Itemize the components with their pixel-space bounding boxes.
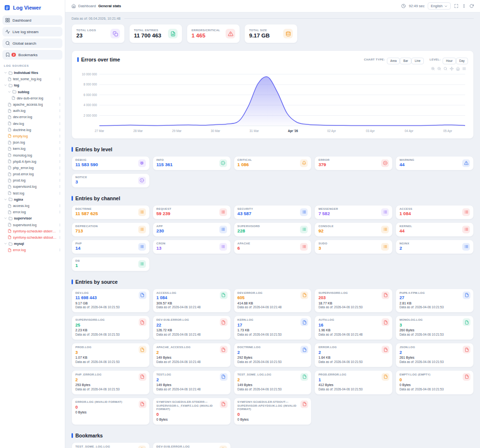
source-card-dev-log[interactable]: DEV.LOG11 698 4439.17 GBData as of: 2026… <box>72 289 150 313</box>
channel-card-apache[interactable]: APACHE6 <box>234 240 312 254</box>
tree-folder-log[interactable]: log <box>2 82 62 88</box>
level-card-critical[interactable]: CRITICAL1 086 <box>234 156 312 170</box>
more-vertical-icon[interactable] <box>58 160 61 163</box>
tree-file-php8-4-fpm-log[interactable]: php8.4-fpm.log <box>2 158 62 165</box>
sidebar-item-live-log-stream[interactable]: Live log stream <box>2 27 62 36</box>
channel-card-supervisord[interactable]: SUPERVISORD228 <box>234 222 312 237</box>
more-vertical-icon[interactable] <box>58 122 61 125</box>
tree-file-prod-error-log[interactable]: prod.error.log <box>2 171 62 177</box>
source-card-error-log[interactable]: ERROR.LOG21.64 KBData as of: 2026-04-06 … <box>314 343 393 367</box>
more-vertical-icon[interactable] <box>58 115 61 119</box>
tree-file-empty-log[interactable]: empty.log <box>2 133 62 139</box>
tree-file-doctrine-log[interactable]: doctrine.log <box>2 127 62 133</box>
level-card-error[interactable]: ERROR379 <box>314 156 393 170</box>
source-card-php8-4-fpm-log[interactable]: PHP8.4-FPM.LOG272.81 KBData as of: 2026-… <box>396 289 474 313</box>
more-vertical-icon[interactable] <box>58 166 61 170</box>
tree-file-dev-log[interactable]: dev.log <box>2 121 62 127</box>
more-vertical-icon[interactable] <box>58 236 61 239</box>
more-vertical-icon[interactable] <box>58 204 61 207</box>
more-vertical-icon[interactable] <box>58 192 61 195</box>
channel-card-cron[interactable]: CRON13 <box>153 240 231 254</box>
channel-card-messenger[interactable]: MESSENGER7 582 <box>314 205 393 219</box>
bookmark-card-dev-sub-error-log[interactable]: DEV-SUB.ERROR.LOG2 <box>153 442 231 448</box>
source-card-php-error-log[interactable]: PHP_ERROR.LOG2253 BytesData as of: 2026-… <box>72 370 150 395</box>
tree-file-test-log[interactable]: test.log <box>2 190 62 196</box>
channel-card-kernel[interactable]: KERNEL44 <box>396 222 474 237</box>
chart-search-icon[interactable] <box>444 67 447 71</box>
level-card-info[interactable]: INFO115 361 <box>153 156 231 170</box>
more-vertical-icon[interactable] <box>58 223 61 227</box>
refresh-button[interactable] <box>469 4 474 8</box>
level-card-debug[interactable]: DEBUG11 583 590 <box>72 156 150 170</box>
tree-file-auth-log[interactable]: auth.log <box>2 108 62 114</box>
more-vertical-icon[interactable] <box>58 248 61 252</box>
more-menu-button[interactable] <box>462 4 466 8</box>
more-vertical-icon[interactable] <box>58 103 61 106</box>
more-vertical-icon[interactable] <box>58 141 61 144</box>
source-card-prod-error-log[interactable]: PROD.ERROR.LOG1412 BytesData as of: 2026… <box>314 370 393 395</box>
tree-file-dev-sub-error-log[interactable]: dev-sub-error.log <box>2 95 62 101</box>
sidebar-item-bookmarks[interactable]: 2Bookmarks <box>2 50 62 60</box>
tree-file-access-log[interactable]: access.log <box>2 203 62 209</box>
tree-folder-sublog[interactable]: sublog <box>2 89 62 95</box>
level-day[interactable]: Day <box>456 58 468 64</box>
channel-card-app[interactable]: APP230 <box>153 222 231 237</box>
chart-home-icon[interactable] <box>456 67 460 71</box>
channel-card-php[interactable]: PHP14 <box>72 240 150 254</box>
tree-folder-individual-files[interactable]: Individual files <box>2 70 62 76</box>
chart-type-area[interactable]: Area <box>387 58 400 64</box>
tree-file-error-log[interactable]: error.log <box>2 247 62 253</box>
source-card-symfony-scheduler-stdout-supervisor-apsydsuk-log-invalid-format[interactable]: SYMFONY-SCHEDULER-STDOUT---SUPERVISOR-AP… <box>234 398 312 425</box>
source-card-test-some-log-log[interactable]: TEST_SOME_LOG.LOG2149 BytesData as of: 2… <box>234 370 312 395</box>
chart-menu-icon[interactable] <box>462 67 466 71</box>
channel-card-security[interactable]: SECURITY43 587 <box>234 205 312 219</box>
more-vertical-icon[interactable] <box>58 154 61 157</box>
chart-type-line[interactable]: Line <box>411 58 424 64</box>
tree-folder-supervisor[interactable]: supervisor <box>2 215 62 221</box>
tree-file-php-error-log[interactable]: php_error.log <box>2 165 62 171</box>
source-card-empty-log-empty[interactable]: EMPTY.LOG (EMPTY)00 BytesData as of: 202… <box>396 370 474 395</box>
source-card-prod-log[interactable]: PROD.LOG31.07 KBData as of: 2026-04-06 1… <box>72 343 150 367</box>
source-card-dev-sub-error-log[interactable]: DEV-SUB.ERROR.LOG22126.72 KBData as of: … <box>153 315 231 340</box>
tree-file-prod-log[interactable]: prod.log <box>2 177 62 183</box>
channel-card-deprecation[interactable]: DEPRECATION713 <box>72 222 150 237</box>
more-vertical-icon[interactable] <box>58 230 61 233</box>
fullscreen-button[interactable] <box>454 4 458 8</box>
source-card-access-log[interactable]: ACCESS.LOG1 084309.57 KBData as of: 2026… <box>153 289 231 313</box>
more-vertical-icon[interactable] <box>58 128 61 132</box>
errors-chart-area[interactable]: 2 000 0004 000 0006 000 0008 000 00010 0… <box>77 67 468 136</box>
channel-card-request[interactable]: REQUEST59 239 <box>153 205 231 219</box>
level-card-notice[interactable]: NOTICE3 <box>72 173 150 188</box>
channel-card-access[interactable]: ACCESS1 084 <box>396 205 474 219</box>
more-vertical-icon[interactable] <box>58 77 61 81</box>
source-card-error-log-invalid-format[interactable]: ERROR.LOG (INVALID FORMAT)00 Bytes <box>72 398 150 425</box>
tree-file-dev-error-log[interactable]: dev.error.log <box>2 114 62 120</box>
source-card-auth-log[interactable]: AUTH.LOG161.96 KBData as of: 2026-04-06 … <box>314 315 393 340</box>
tree-file-supervisord-log[interactable]: supervisord.log <box>2 183 62 190</box>
channel-card-db[interactable]: DB1 <box>72 257 150 271</box>
language-select[interactable]: English <box>428 2 451 10</box>
source-card-supervisord-log[interactable]: SUPERVISORD.LOG20318.77 KBData as of: 20… <box>314 289 393 313</box>
level-hour[interactable]: Hour <box>443 58 456 64</box>
source-card-supervisord-log[interactable]: SUPERVISORD.LOG252.23 KBData as of: 2026… <box>72 315 150 340</box>
source-card-monolog-log[interactable]: MONOLOG.LOG3260 BytesData as of: 2026-04… <box>396 315 474 340</box>
tree-file-apache-access-log[interactable]: apache_access.log <box>2 101 62 108</box>
more-vertical-icon[interactable] <box>58 179 61 182</box>
chart-zoom-out-icon[interactable] <box>437 67 441 71</box>
channel-card-doctrine[interactable]: DOCTRINE11 587 625 <box>72 205 150 219</box>
tree-file-supervisord-log[interactable]: supervisord.log <box>2 222 62 228</box>
tree-file-symfony-scheduler-stderr-supervisor-l-fx[interactable]: symfony-scheduler-stderr---supervisor-l_… <box>2 228 62 234</box>
more-vertical-icon[interactable] <box>58 172 61 176</box>
chart-type-bar[interactable]: Bar <box>400 58 411 64</box>
chart-zoom-in-icon[interactable] <box>431 67 435 71</box>
tree-folder-mysql[interactable]: mysql <box>2 241 62 247</box>
sidebar-item-dashboard[interactable]: Dashboard <box>2 15 62 25</box>
source-card-symfony-scheduler-stderr-supervisor-l-fxwpz-log-invalid-format[interactable]: SYMFONY-SCHEDULER-STDERR---SUPERVISOR-L_… <box>153 398 231 425</box>
more-vertical-icon[interactable] <box>58 109 61 112</box>
source-card-doctrine-log[interactable]: DOCTRINE.LOG2292 BytesData as of: 2026-0… <box>234 343 312 367</box>
tree-folder-nginx[interactable]: nginx <box>2 196 62 203</box>
tree-file-kern-log[interactable]: kern.log <box>2 145 62 152</box>
channel-card-console[interactable]: CONSOLE92 <box>314 222 393 237</box>
tree-file-test-some-log-log[interactable]: test_some_log.log <box>2 76 62 82</box>
channel-card-sudo[interactable]: SUDO3 <box>314 240 393 254</box>
